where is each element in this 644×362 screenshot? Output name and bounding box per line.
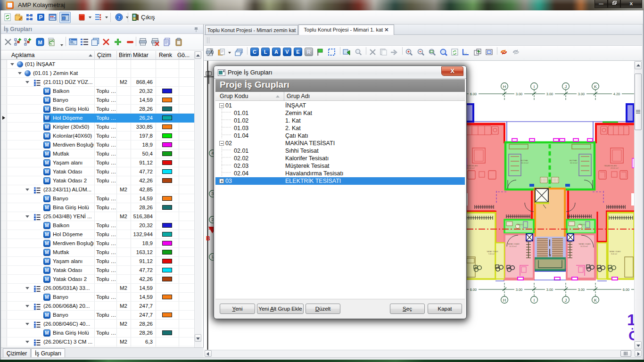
svg-text:3.00: 3.00 <box>546 288 553 292</box>
svg-text:I: I <box>534 298 535 303</box>
svg-text:MUTFAK: MUTFAK <box>570 159 578 162</box>
svg-text:H: H <box>503 84 506 89</box>
svg-text:6.00: 6.00 <box>470 92 477 96</box>
svg-text:16.10 m2: 16.10 m2 <box>570 162 578 164</box>
svg-text:YATAK ODASI: YATAK ODASI <box>487 251 498 253</box>
svg-text:3.00: 3.00 <box>546 92 553 96</box>
svg-text:6.00: 6.00 <box>623 288 630 292</box>
svg-text:K: K <box>594 84 597 89</box>
svg-text:B: B <box>206 235 210 242</box>
svg-text:J: J <box>565 298 567 303</box>
svg-text:H: H <box>503 298 506 303</box>
svg-text:8.40 m2: 8.40 m2 <box>611 253 617 255</box>
svg-text:14.20 m2: 14.20 m2 <box>509 246 517 247</box>
svg-text:3.00: 3.00 <box>516 288 523 292</box>
svg-text:6.00: 6.00 <box>470 288 477 292</box>
svg-text:YATAK ODASI: YATAK ODASI <box>507 243 520 245</box>
svg-text:J: J <box>565 84 567 89</box>
svg-text:I: I <box>534 84 535 89</box>
svg-text:YATAK ODASI: YATAK ODASI <box>609 251 620 253</box>
svg-text:16.10 m2: 16.10 m2 <box>521 162 528 164</box>
svg-text:YATAK ODASI: YATAK ODASI <box>578 243 591 245</box>
svg-text:P: P <box>39 14 42 21</box>
svg-text:43.00 m2: 43.00 m2 <box>611 167 619 169</box>
svg-text:BANYO: BANYO <box>517 223 523 226</box>
svg-text:3.00: 3.00 <box>516 92 523 96</box>
svg-text:14.20 m2: 14.20 m2 <box>580 246 588 247</box>
svg-text:BANYO: BANYO <box>579 223 586 226</box>
svg-text:Ö: Ö <box>628 328 634 343</box>
svg-text:K: K <box>594 298 597 303</box>
svg-text:9.40 m2: 9.40 m2 <box>488 253 495 255</box>
svg-text:43.00 m2: 43.00 m2 <box>467 167 475 169</box>
svg-text:?: ? <box>118 15 121 20</box>
svg-text:3.00: 3.00 <box>578 92 585 96</box>
svg-text:4.20: 4.20 <box>613 92 620 96</box>
svg-text:M: M <box>38 40 42 45</box>
svg-text:1: 1 <box>627 311 634 329</box>
svg-text:3.00: 3.00 <box>578 288 585 292</box>
svg-text:MUTFAK: MUTFAK <box>520 159 528 162</box>
